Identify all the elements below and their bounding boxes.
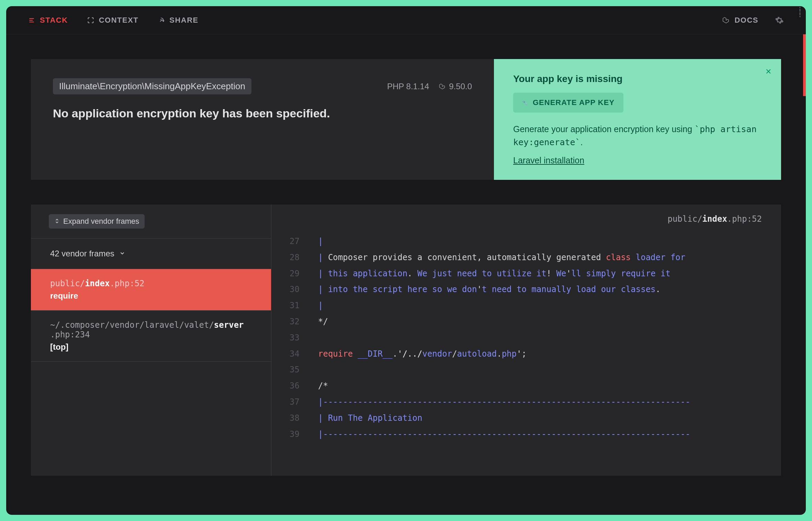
code-line: 35 [281, 362, 781, 378]
code-body: 27|28| Composer provides a convenient, a… [271, 233, 781, 442]
tab-context-label: CONTEXT [99, 16, 139, 25]
code-line: 30| into the script here so we don't nee… [281, 281, 781, 298]
stack-icon [28, 17, 35, 24]
code-line: 31| [281, 298, 781, 314]
code-line: 33 [281, 330, 781, 346]
code-line: 36/* [281, 378, 781, 394]
code-line: 34require __DIR__.'/../vendor/autoload.p… [281, 346, 781, 362]
tab-bar: STACK CONTEXT SHARE DOCS [6, 6, 806, 34]
error-window: ⋮⋮ STACK CONTEXT SHARE DOCS [6, 6, 806, 515]
code-line: 27| [281, 233, 781, 250]
scroll-indicator[interactable] [803, 34, 806, 96]
share-icon [158, 17, 165, 24]
code-line: 38| Run The Application [281, 410, 781, 426]
solution-title: Your app key is missing [513, 73, 762, 84]
expand-icon [54, 217, 60, 226]
code-line: 28| Composer provides a convenient, auto… [281, 250, 781, 266]
code-line: 32*/ [281, 314, 781, 330]
solution-link[interactable]: Laravel installation [513, 155, 584, 165]
expand-vendor-frames-button[interactable]: Expand vendor frames [49, 214, 145, 229]
solution-panel: ✕ Your app key is missing 🔧 GENERATE APP… [494, 59, 781, 180]
context-icon [87, 17, 94, 24]
php-version: PHP 8.1.14 [387, 82, 429, 91]
docs-label: DOCS [734, 16, 758, 25]
tab-share[interactable]: SHARE [158, 16, 199, 25]
code-line: 29| this application. We just need to ut… [281, 266, 781, 282]
stack-trace-panel: Expand vendor frames 42 vendor frames pu… [31, 205, 781, 476]
chevron-down-icon [119, 249, 125, 258]
tab-share-label: SHARE [169, 16, 199, 25]
code-file-path: public/index.php:52 [271, 205, 781, 233]
stack-frame-selected[interactable]: public/index.php:52 require [31, 269, 271, 311]
frames-column: Expand vendor frames 42 vendor frames pu… [31, 205, 271, 476]
framework-version: 9.50.0 [439, 82, 472, 91]
settings-button[interactable] [775, 16, 784, 25]
tab-stack-label: STACK [40, 16, 68, 25]
exception-class: Illuminate\Encryption\MissingAppKeyExcep… [53, 78, 251, 94]
docs-link[interactable]: DOCS [722, 16, 758, 25]
generate-app-key-button[interactable]: 🔧 GENERATE APP KEY [513, 93, 623, 113]
tab-stack[interactable]: STACK [28, 16, 68, 25]
code-column: public/index.php:52 27|28| Composer prov… [271, 205, 781, 476]
solution-text: Generate your application encryption key… [513, 123, 762, 149]
code-line: 37|-------------------------------------… [281, 394, 781, 410]
window-handle-dots: ⋮⋮ [795, 9, 804, 13]
vendor-frames-toggle[interactable]: 42 vendor frames [31, 239, 271, 269]
exception-card: Illuminate\Encryption\MissingAppKeyExcep… [31, 59, 781, 180]
stack-frame[interactable]: ~/.composer/vendor/laravel/valet/server.… [31, 311, 271, 362]
tab-context[interactable]: CONTEXT [87, 16, 139, 25]
exception-message: No application encryption key has been s… [53, 107, 472, 120]
code-line: 39|-------------------------------------… [281, 426, 781, 442]
laravel-icon [722, 16, 730, 24]
generate-button-label: GENERATE APP KEY [533, 98, 614, 107]
wrench-icon: 🔧 [522, 100, 528, 105]
close-icon[interactable]: ✕ [765, 67, 771, 76]
